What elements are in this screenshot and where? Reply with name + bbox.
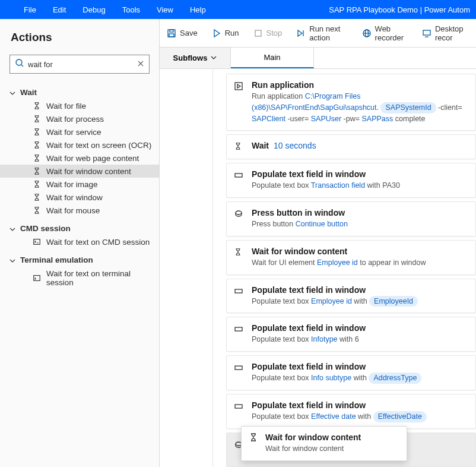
step-card[interactable]: Run applicationRun application C:\Progra… (226, 74, 476, 131)
svg-point-21 (236, 211, 242, 214)
clear-search-icon[interactable] (137, 60, 144, 69)
actions-sidebar: Actions WaitWait for fileWait for proces… (0, 19, 160, 467)
action-wait-for-text-on-screen-ocr-[interactable]: Wait for text on screen (OCR) (0, 138, 159, 152)
tab-main[interactable]: Main (231, 48, 314, 68)
svg-rect-20 (235, 173, 242, 177)
hourglass-icon (32, 141, 42, 149)
hourglass-icon (32, 180, 42, 188)
svg-point-0 (16, 59, 22, 65)
step-description: Populate text box Employee id with Emplo… (252, 296, 468, 307)
action-wait-for-mouse[interactable]: Wait for mouse (0, 204, 159, 217)
menu-view[interactable]: View (148, 5, 182, 14)
toolbar: Save Run Stop Run next action Web record… (160, 19, 476, 48)
action-tree: WaitWait for fileWait for processWait fo… (0, 80, 159, 291)
step-title: Populate text field in window (252, 323, 468, 333)
window-title: SAP RPA Playbook Demo | Power Autom (329, 5, 476, 14)
action-wait-for-file[interactable]: Wait for file (0, 99, 159, 112)
step-card[interactable]: Wait10 seconds (226, 134, 476, 159)
dragged-card-title: Wait for window content (265, 433, 361, 442)
svg-marker-11 (298, 30, 302, 36)
step-card[interactable]: Populate text field in windowPopulate te… (226, 355, 476, 390)
svg-rect-8 (169, 34, 174, 37)
menu-bar: FileEditDebugToolsViewHelp SAP RPA Playb… (0, 0, 476, 19)
svg-rect-7 (170, 30, 173, 32)
chevron-down-icon (211, 53, 217, 62)
step-description: Populate text box Transaction field with… (252, 180, 468, 191)
sidebar-title: Actions (0, 19, 159, 55)
step-title: Populate text field in window (252, 285, 468, 295)
step-title: Populate text field in window (252, 400, 468, 410)
step-description: Populate text box Effective date with Ef… (252, 411, 468, 422)
action-wait-for-image[interactable]: Wait for image (0, 178, 159, 191)
action-wait-for-window-content[interactable]: Wait for window content (0, 165, 159, 178)
step-card[interactable]: Populate text field in windowPopulate te… (226, 163, 476, 198)
step-title: Wait for window content (252, 247, 468, 256)
step-card[interactable]: Press button in windowPress button Conti… (226, 201, 476, 236)
save-button[interactable]: Save (160, 29, 205, 38)
svg-line-1 (21, 65, 23, 67)
hourglass-icon (32, 193, 42, 201)
menu-debug[interactable]: Debug (74, 5, 113, 14)
search-input[interactable] (24, 60, 137, 69)
step-card[interactable]: Wait for window contentWait for UI eleme… (226, 240, 476, 275)
step-card[interactable]: Populate text field in windowPopulate te… (226, 317, 476, 352)
search-box[interactable] (9, 55, 150, 74)
hourglass-icon (32, 206, 42, 214)
svg-rect-5 (34, 275, 40, 280)
step-title: Wait10 seconds (252, 141, 468, 150)
textbox-icon (234, 323, 245, 336)
action-wait-for-text-on-terminal-session[interactable]: Wait for text on terminal session (0, 267, 159, 289)
subflows-dropdown[interactable]: Subflows (160, 48, 231, 68)
action-wait-for-window[interactable]: Wait for window (0, 191, 159, 204)
dragged-card-desc: Wait for window content (265, 443, 361, 455)
stop-button[interactable]: Stop (246, 29, 290, 38)
step-description: Wait for UI element Employee id to appea… (252, 257, 468, 269)
textbox-icon (234, 362, 245, 375)
hourglass-icon (249, 433, 258, 444)
menu-file[interactable]: File (0, 5, 45, 14)
menu-edit[interactable]: Edit (45, 5, 74, 14)
action-wait-for-process[interactable]: Wait for process (0, 112, 159, 125)
svg-rect-25 (235, 405, 242, 408)
svg-rect-16 (423, 30, 430, 35)
play-box-icon (234, 80, 245, 93)
web-recorder-button[interactable]: Web recorder (355, 24, 415, 42)
steps-list: 1Run applicationRun application C:\Progr… (213, 69, 476, 467)
hourglass-icon (234, 141, 245, 153)
textbox-icon (234, 400, 245, 414)
textbox-icon (234, 169, 245, 182)
menu-help[interactable]: Help (182, 5, 214, 14)
step-description: Run application C:\Program Files (x86)\S… (252, 91, 468, 124)
tree-group-terminal-emulation[interactable]: Terminal emulation (0, 253, 159, 267)
run-button[interactable]: Run (205, 29, 246, 38)
svg-rect-10 (255, 30, 261, 36)
step-description: Populate text box Infotype with 6 (252, 334, 468, 345)
tree-group-cmd-session[interactable]: CMD session (0, 222, 159, 235)
step-card[interactable]: Populate text field in windowPopulate te… (226, 279, 476, 314)
desktop-recorder-button[interactable]: Desktop recor (415, 24, 476, 42)
step-title: Run application (252, 80, 468, 90)
action-wait-for-text-on-cmd-session[interactable]: Wait for text on CMD session (0, 235, 159, 248)
action-wait-for-service[interactable]: Wait for service (0, 125, 159, 138)
dragged-action-card[interactable]: Wait for window content Wait for window … (241, 426, 407, 461)
step-card[interactable]: Populate text field in windowPopulate te… (226, 394, 476, 429)
cmd-icon (32, 238, 42, 246)
flow-tabs: Subflows Main (160, 48, 476, 69)
terminal-icon (32, 274, 42, 282)
step-number-gutter (160, 69, 213, 467)
step-title: Populate text field in window (252, 362, 468, 371)
step-description: Populate text box Info subtype with Addr… (252, 373, 468, 384)
svg-rect-4 (34, 239, 40, 245)
chevron-down-icon (9, 257, 17, 264)
search-icon (15, 58, 24, 70)
tree-group-wait[interactable]: Wait (0, 86, 159, 99)
svg-rect-22 (235, 289, 242, 293)
run-next-button[interactable]: Run next action (289, 24, 354, 42)
menu-tools[interactable]: Tools (114, 5, 148, 14)
svg-marker-9 (214, 30, 220, 37)
step-description: Press button Continue button (252, 219, 468, 230)
svg-marker-19 (237, 84, 240, 88)
svg-rect-23 (235, 327, 242, 331)
action-wait-for-web-page-content[interactable]: Wait for web page content (0, 152, 159, 165)
hourglass-icon (32, 167, 42, 175)
